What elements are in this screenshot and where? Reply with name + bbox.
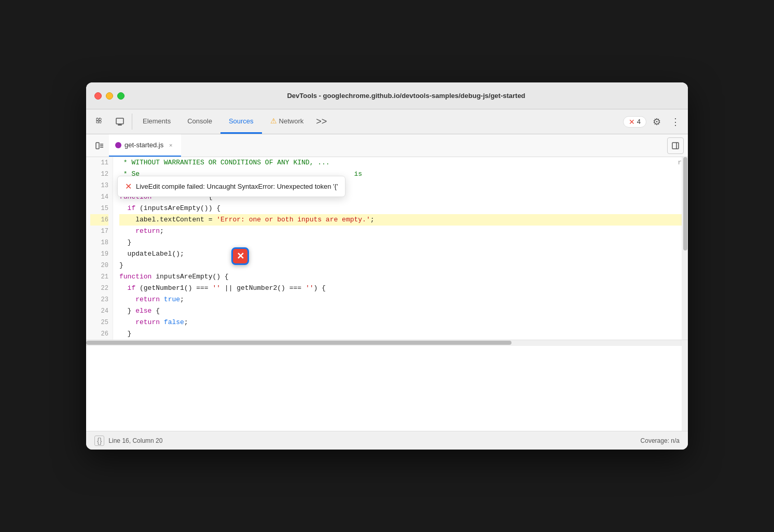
coverage-status: Coverage: n/a bbox=[641, 437, 680, 444]
line-num-15: 15 bbox=[90, 203, 108, 214]
panel-right-toggle[interactable] bbox=[667, 137, 684, 154]
line-numbers: 11 12 13 14 15 16 17 18 19 20 21 22 23 2… bbox=[86, 157, 113, 340]
vertical-scrollbar[interactable] bbox=[682, 157, 688, 431]
maximize-button[interactable] bbox=[117, 92, 125, 100]
devtools-right-actions: ✕ 4 ⚙ ⋮ bbox=[623, 109, 684, 134]
file-tab-close[interactable]: × bbox=[167, 141, 175, 149]
line-num-18: 18 bbox=[90, 237, 108, 248]
more-vert-button[interactable]: ⋮ bbox=[667, 114, 684, 130]
tooltip-message: LiveEdit compile failed: Uncaught Syntax… bbox=[136, 183, 338, 190]
inspector-icon-btn[interactable] bbox=[110, 109, 130, 134]
status-bar: {} Line 16, Column 20 Coverage: n/a bbox=[86, 431, 688, 450]
svg-rect-3 bbox=[99, 121, 101, 123]
code-line-25: return false ; bbox=[119, 317, 682, 328]
line-num-25: 25 bbox=[90, 317, 108, 328]
devtools-window: DevTools - googlechrome.github.io/devtoo… bbox=[86, 82, 688, 450]
svg-rect-0 bbox=[96, 118, 99, 120]
file-panel-toggle[interactable] bbox=[90, 134, 109, 157]
code-line-20: } bbox=[119, 260, 682, 271]
line-num-19: 19 bbox=[90, 248, 108, 260]
window-title: DevTools - googlechrome.github.io/devtoo… bbox=[133, 92, 680, 100]
line-num-20: 20 bbox=[90, 260, 108, 271]
line-num-23: 23 bbox=[90, 294, 108, 305]
line-num-11: 11 bbox=[90, 157, 108, 169]
devtools-tabs-bar: Elements Console Sources ⚠ Network >> ✕ … bbox=[86, 109, 688, 134]
code-line-23: return true ; bbox=[119, 294, 682, 305]
code-line-22: if (getNumber1() === '' || getNumber2() … bbox=[119, 283, 682, 294]
file-tab-get-started[interactable]: get-started.js × bbox=[109, 134, 181, 157]
line-num-24: 24 bbox=[90, 305, 108, 317]
svg-rect-10 bbox=[672, 143, 679, 149]
line-num-16: 16 bbox=[90, 214, 108, 226]
file-tab-name: get-started.js bbox=[125, 141, 163, 149]
line-num-21: 21 bbox=[90, 271, 108, 283]
gear-icon: ⚙ bbox=[653, 116, 661, 128]
line-num-13: 13 bbox=[90, 180, 108, 191]
svg-rect-5 bbox=[118, 124, 122, 125]
error-tooltip: ✕ LiveEdit compile failed: Uncaught Synt… bbox=[117, 176, 345, 197]
network-warning-icon: ⚠ bbox=[270, 117, 277, 125]
close-button[interactable] bbox=[94, 92, 102, 100]
settings-button[interactable]: ⚙ bbox=[648, 114, 665, 130]
line-num-12: 12 bbox=[90, 169, 108, 180]
code-line-19: updateLabel(); bbox=[119, 248, 682, 260]
line-num-22: 22 bbox=[90, 283, 108, 294]
code-editor: ✕ LiveEdit compile failed: Uncaught Synt… bbox=[86, 157, 688, 431]
svg-rect-2 bbox=[96, 121, 99, 123]
error-x-icon: ✕ bbox=[629, 118, 635, 126]
tab-sources[interactable]: Sources bbox=[220, 109, 262, 134]
svg-rect-6 bbox=[96, 143, 99, 149]
traffic-lights bbox=[94, 92, 125, 100]
code-line-21: function inputsAreEmpty() { bbox=[119, 271, 682, 283]
line-num-14: 14 bbox=[90, 191, 108, 203]
js-file-icon bbox=[115, 142, 121, 148]
code-line-11: * WITHOUT WARRANTIES OR CONDITIONS OF AN… bbox=[119, 157, 682, 169]
tooltip-error-icon: ✕ bbox=[125, 181, 132, 191]
h-scrollbar-thumb[interactable] bbox=[86, 341, 512, 345]
cursor-position: Line 16, Column 20 bbox=[108, 437, 162, 444]
file-tabs-bar: get-started.js × bbox=[86, 134, 688, 157]
error-count: 4 bbox=[637, 118, 641, 125]
code-line-17: return ; bbox=[119, 226, 682, 237]
line-num-26: 26 bbox=[90, 328, 108, 340]
cursor-icon-btn[interactable] bbox=[90, 109, 110, 134]
error-badge[interactable]: ✕ 4 bbox=[623, 116, 646, 128]
tab-more-btn[interactable]: >> bbox=[312, 109, 331, 134]
minimize-button[interactable] bbox=[106, 92, 113, 100]
line-num-17: 17 bbox=[90, 226, 108, 237]
error-marker-icon: ✕ bbox=[237, 251, 244, 261]
horizontal-scrollbar[interactable] bbox=[86, 340, 688, 346]
tab-console[interactable]: Console bbox=[179, 109, 220, 134]
format-icon[interactable]: {} bbox=[94, 436, 104, 446]
scrollbar-thumb[interactable] bbox=[683, 157, 687, 250]
tab-elements[interactable]: Elements bbox=[134, 109, 179, 134]
more-vert-icon: ⋮ bbox=[671, 116, 680, 128]
titlebar: DevTools - googlechrome.github.io/devtoo… bbox=[86, 82, 688, 109]
code-line-16: label.textContent = 'Error: one or both … bbox=[119, 214, 682, 226]
file-tabs-right bbox=[667, 134, 684, 157]
status-right: Coverage: n/a bbox=[641, 437, 680, 444]
code-line-15: if ( inputsAreEmpty ()) { bbox=[119, 203, 682, 214]
svg-rect-4 bbox=[116, 118, 123, 124]
svg-rect-1 bbox=[99, 118, 101, 120]
code-line-26: } bbox=[119, 328, 682, 340]
code-line-24: } else { bbox=[119, 305, 682, 317]
tab-separator bbox=[132, 114, 132, 130]
tab-network[interactable]: ⚠ Network bbox=[262, 109, 312, 134]
code-line-18: } bbox=[119, 237, 682, 248]
status-left: {} Line 16, Column 20 bbox=[94, 436, 162, 446]
error-line-marker: ✕ bbox=[231, 247, 249, 265]
